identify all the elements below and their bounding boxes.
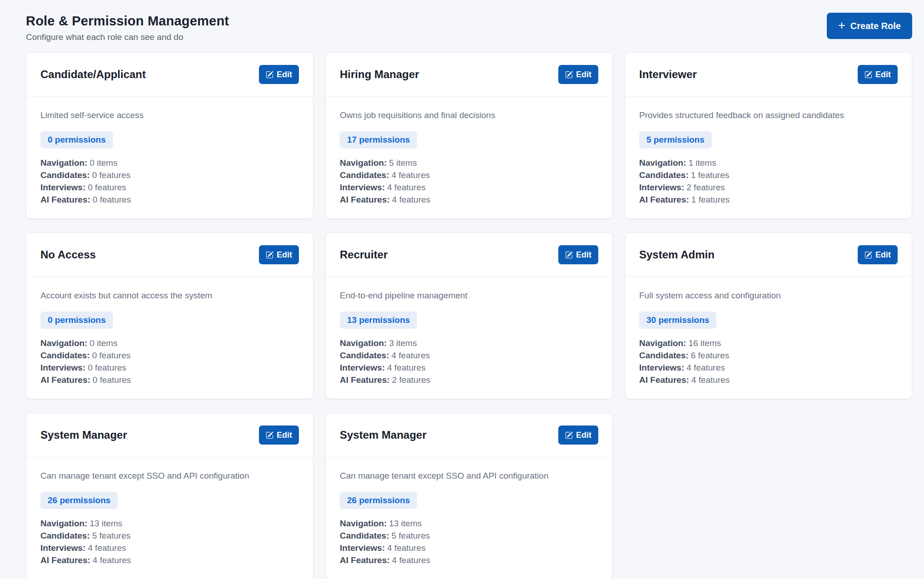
- edit-role-button[interactable]: Edit: [558, 245, 598, 264]
- stat-label: Candidates:: [40, 351, 90, 360]
- stat-value: 4 features: [686, 363, 725, 372]
- stat-label: Interviews:: [340, 363, 385, 372]
- role-stats: Navigation:13 items Candidates:5 feature…: [340, 517, 598, 566]
- stat-value: 4 features: [392, 351, 430, 360]
- stat-value: 4 features: [387, 363, 426, 372]
- role-name: No Access: [40, 248, 96, 261]
- role-name: Hiring Manager: [340, 68, 419, 81]
- stat-value: 1 items: [688, 158, 716, 168]
- edit-label: Edit: [875, 70, 891, 79]
- stat-value: 5 features: [92, 531, 131, 540]
- stat-label: Interviews:: [639, 363, 684, 372]
- role-card-header: System Admin Edit: [625, 233, 912, 277]
- stat-label: Candidates:: [40, 531, 90, 540]
- stat-row: AI Features:0 features: [40, 374, 299, 386]
- create-role-button[interactable]: + Create Role: [827, 13, 912, 39]
- pencil-square-icon: [565, 251, 573, 259]
- stat-label: Candidates:: [340, 170, 389, 180]
- pencil-square-icon: [266, 431, 273, 439]
- stat-row: Interviews:4 features: [40, 542, 299, 554]
- edit-role-button[interactable]: Edit: [858, 245, 898, 264]
- role-description: Account exists but cannot access the sys…: [40, 291, 299, 301]
- edit-label: Edit: [277, 70, 292, 79]
- stat-row: Interviews:4 features: [340, 361, 598, 374]
- role-card-body: Can manage tenant except SSO and API con…: [26, 457, 313, 579]
- stat-label: AI Features:: [40, 555, 90, 565]
- edit-label: Edit: [875, 250, 891, 260]
- role-description: Can manage tenant except SSO and API con…: [40, 471, 299, 481]
- stat-row: AI Features:4 features: [340, 193, 598, 206]
- role-card-header: Candidate/Applicant Edit: [26, 53, 313, 97]
- role-card: System Manager Edit Can manage tenant ex…: [325, 413, 613, 579]
- role-card-header: Recruiter Edit: [326, 233, 612, 277]
- permissions-badge: 5 permissions: [639, 131, 712, 148]
- role-description: Limited self-service access: [40, 110, 299, 120]
- stat-row: Navigation:3 items: [340, 337, 598, 349]
- role-card-header: Interviewer Edit: [625, 53, 912, 97]
- edit-label: Edit: [576, 70, 591, 79]
- edit-role-button[interactable]: Edit: [558, 65, 598, 84]
- page-header-text: Role & Permission Management Configure w…: [26, 12, 229, 42]
- edit-role-button[interactable]: Edit: [858, 65, 898, 84]
- role-stats: Navigation:16 items Candidates:6 feature…: [639, 337, 898, 386]
- role-card-body: Account exists but cannot access the sys…: [26, 277, 313, 399]
- stat-label: Interviews:: [40, 183, 85, 192]
- pencil-square-icon: [266, 71, 273, 79]
- stat-row: AI Features:0 features: [40, 193, 299, 206]
- role-card-body: Limited self-service access 0 permission…: [26, 97, 313, 218]
- stat-row: Interviews:4 features: [340, 542, 598, 554]
- edit-role-button[interactable]: Edit: [259, 426, 299, 445]
- edit-label: Edit: [576, 431, 591, 440]
- stat-value: 0 features: [92, 170, 131, 180]
- stat-label: Candidates:: [639, 170, 689, 180]
- stat-row: Candidates:4 features: [340, 349, 598, 361]
- role-card-header: No Access Edit: [26, 233, 313, 277]
- stat-row: Candidates:5 features: [40, 530, 299, 542]
- stat-label: Candidates:: [340, 531, 389, 540]
- stat-value: 0 features: [88, 183, 126, 192]
- pencil-square-icon: [266, 251, 273, 259]
- stat-row: AI Features:4 features: [40, 554, 299, 566]
- stat-row: Candidates:0 features: [40, 349, 299, 361]
- stat-row: Candidates:0 features: [40, 169, 299, 181]
- role-card: Hiring Manager Edit Owns job requisition…: [325, 52, 613, 219]
- stat-label: AI Features:: [40, 375, 90, 385]
- role-stats: Navigation:0 items Candidates:0 features…: [40, 157, 299, 206]
- stat-row: Interviews:0 features: [40, 181, 299, 193]
- edit-label: Edit: [277, 431, 292, 440]
- stat-row: Navigation:0 items: [40, 337, 299, 349]
- role-description: Provides structured feedback on assigned…: [639, 110, 898, 120]
- stat-row: Navigation:16 items: [639, 337, 898, 349]
- role-cards-grid: Candidate/Applicant Edit Limited self-se…: [26, 52, 912, 579]
- stat-label: AI Features:: [340, 375, 390, 385]
- stat-row: Navigation:1 items: [639, 157, 898, 169]
- stat-label: Interviews:: [40, 543, 85, 553]
- role-card: System Admin Edit Full system access and…: [625, 233, 912, 399]
- role-description: Owns job requisitions and final decision…: [340, 110, 598, 120]
- stat-label: Candidates:: [639, 351, 689, 360]
- edit-role-button[interactable]: Edit: [558, 426, 598, 445]
- stat-label: AI Features:: [340, 555, 390, 565]
- role-card-body: End-to-end pipeline management 13 permis…: [326, 277, 612, 399]
- stat-value: 3 items: [389, 338, 417, 348]
- stat-value: 1 features: [691, 195, 730, 204]
- role-stats: Navigation:13 items Candidates:5 feature…: [40, 517, 299, 566]
- stat-label: Interviews:: [40, 363, 85, 372]
- permissions-badge: 13 permissions: [340, 312, 417, 329]
- role-card: No Access Edit Account exists but cannot…: [26, 233, 313, 399]
- stat-label: AI Features:: [639, 195, 689, 204]
- role-card-body: Provides structured feedback on assigned…: [625, 97, 912, 218]
- stat-label: Candidates:: [340, 351, 389, 360]
- stat-label: Interviews:: [340, 543, 385, 553]
- stat-value: 4 features: [88, 543, 126, 553]
- stat-label: Navigation:: [340, 338, 387, 348]
- edit-role-button[interactable]: Edit: [259, 245, 299, 264]
- stat-label: Candidates:: [40, 170, 90, 180]
- stat-row: Interviews:2 features: [639, 181, 898, 193]
- page-header: Role & Permission Management Configure w…: [26, 12, 912, 42]
- stat-row: AI Features:1 features: [639, 193, 898, 206]
- stat-value: 4 features: [93, 555, 131, 565]
- edit-role-button[interactable]: Edit: [259, 65, 299, 84]
- edit-label: Edit: [277, 250, 292, 260]
- permissions-badge: 26 permissions: [40, 492, 118, 509]
